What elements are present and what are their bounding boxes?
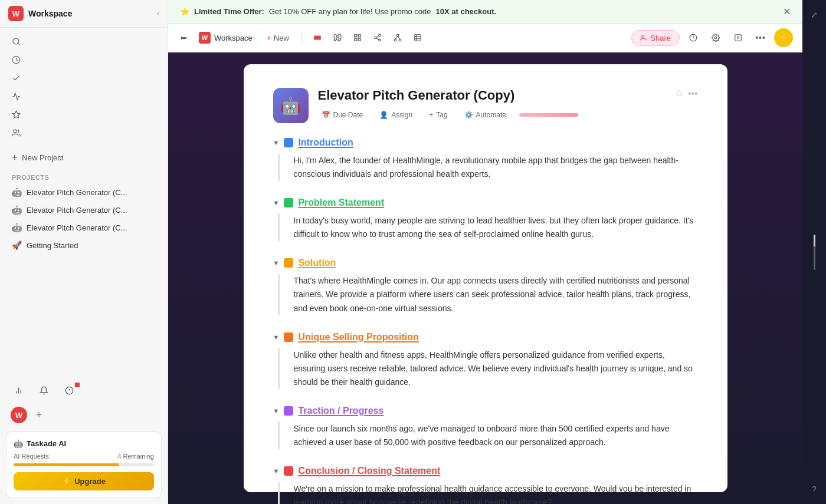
- section-content-problem: In today's busy world, many people are s…: [278, 214, 698, 241]
- project-name-4: Getting Started: [27, 241, 78, 250]
- share-button[interactable]: Share: [631, 30, 680, 46]
- section-problem: ▼ Problem Statement In today's busy worl…: [273, 197, 698, 241]
- toolbar-table-button[interactable]: [409, 29, 427, 47]
- ellipsis-icon: •••: [755, 33, 766, 42]
- quote-icon: [333, 34, 342, 42]
- section-dot-solution: [284, 258, 293, 268]
- edge-help-button[interactable]: ?: [805, 480, 823, 498]
- collapse-arrow-solution[interactable]: ▼: [273, 259, 280, 266]
- section-header-usp: ▼ Unique Selling Proposition: [273, 332, 698, 342]
- edge-expand-icon[interactable]: ⤢: [805, 6, 823, 24]
- analytics-icon: [14, 386, 23, 395]
- workspace-avatar[interactable]: W: [11, 407, 27, 423]
- grid-icon: [353, 34, 362, 42]
- toolbar-nodes-button[interactable]: [389, 29, 407, 47]
- sidebar-inbox[interactable]: [4, 88, 164, 105]
- settings-icon: [712, 34, 720, 42]
- lightning-toolbar-icon: ⚡: [778, 32, 789, 44]
- project-item-4[interactable]: 🚀 Getting Started: [4, 237, 164, 253]
- toolbar-workspace-label: Workspace: [214, 34, 253, 42]
- due-date-button[interactable]: 📅 Due Date: [318, 109, 367, 121]
- tag-button[interactable]: + Tag: [425, 109, 451, 121]
- toolbar-history-button[interactable]: [684, 29, 702, 47]
- check-icon: [12, 74, 21, 83]
- document-avatar: 🤖: [273, 88, 309, 123]
- project-item-1[interactable]: 🤖 Elevator Pitch Generator (C...: [4, 184, 164, 200]
- section-title-introduction: Introduction: [298, 137, 353, 148]
- notification-badge: [75, 383, 80, 387]
- document-star-button[interactable]: ☆: [675, 88, 683, 99]
- collapse-arrow-introduction[interactable]: ▼: [273, 139, 280, 146]
- toolbar-new-button[interactable]: + New: [262, 31, 294, 45]
- scroll-indicator: [814, 235, 815, 270]
- toolbar-eraser-button[interactable]: [309, 29, 326, 47]
- sidebar-users[interactable]: [4, 124, 164, 141]
- section-dot-introduction: [284, 138, 293, 147]
- ai-progress-fill: [14, 463, 119, 466]
- assign-button[interactable]: 👤 Assign: [376, 109, 416, 121]
- share-btn-icon: [640, 34, 647, 41]
- automate-button[interactable]: ⚙️ Automate: [461, 109, 510, 121]
- section-title-solution: Solution: [298, 258, 336, 268]
- collapse-arrow-problem[interactable]: ▼: [273, 199, 280, 206]
- toolbar-workspace-button[interactable]: W Workspace: [194, 29, 257, 46]
- ai-requests-row: AI Requests 4 Remaining: [14, 453, 154, 460]
- nav-back-button[interactable]: ⬅: [178, 31, 189, 45]
- sidebar-alerts[interactable]: [59, 383, 80, 398]
- ai-progress-bar: [14, 463, 154, 466]
- new-project-button[interactable]: + New Project: [4, 148, 164, 167]
- project-item-3[interactable]: 🤖 Elevator Pitch Generator (C...: [4, 219, 164, 236]
- ai-card: 🤖 Taskade AI AI Requests 4 Remaining ⚡ U…: [6, 431, 162, 498]
- sidebar-analytics[interactable]: [8, 383, 29, 398]
- clock-icon: [12, 55, 21, 64]
- toolbar-more-button[interactable]: •••: [752, 29, 769, 47]
- sidebar-search[interactable]: [4, 33, 164, 50]
- workspace-logo: W: [8, 6, 24, 21]
- ai-card-title: Taskade AI: [27, 439, 66, 448]
- promo-text: Limited Time Offer:: [194, 7, 264, 16]
- svg-rect-11: [314, 36, 321, 40]
- lightning-button[interactable]: ⚡: [774, 28, 793, 47]
- document-more-button[interactable]: •••: [688, 88, 698, 99]
- toolbar-settings-button[interactable]: [707, 29, 725, 47]
- person-icon: 👤: [379, 111, 388, 119]
- section-usp: ▼ Unique Selling Proposition Unlike othe…: [273, 332, 698, 389]
- ai-remaining-label: 4 Remaining: [117, 453, 154, 460]
- star-nav-icon: [12, 110, 21, 119]
- toolbar-grid-button[interactable]: [349, 29, 366, 47]
- collapse-arrow-traction[interactable]: ▼: [273, 407, 280, 414]
- toolbar-divider: [301, 32, 301, 44]
- add-workspace-button[interactable]: +: [32, 408, 46, 422]
- svg-point-30: [642, 35, 644, 38]
- svg-line-19: [376, 38, 379, 39]
- search-icon: [12, 37, 21, 46]
- promo-close-button[interactable]: ✕: [783, 6, 791, 17]
- toolbar-ai-button[interactable]: [729, 29, 747, 47]
- section-content-introduction: Hi, I'm Alex, the founder of HealthMingl…: [278, 154, 698, 181]
- alert-icon: [65, 386, 74, 395]
- document-title: Elevator Pitch Generator (Copy): [318, 88, 666, 103]
- toolbar-share2-button[interactable]: [369, 29, 386, 47]
- section-traction: ▼ Traction / Progress Since our launch s…: [273, 406, 698, 449]
- nodes-icon: [394, 34, 402, 42]
- document-paper: 🤖 Elevator Pitch Generator (Copy) 📅 Due …: [244, 64, 727, 492]
- sidebar-clock[interactable]: [4, 51, 164, 68]
- upgrade-button[interactable]: ⚡ Upgrade: [14, 472, 154, 490]
- sidebar-notifications[interactable]: [34, 383, 54, 398]
- collapse-arrow-usp[interactable]: ▼: [273, 334, 280, 341]
- sidebar-check[interactable]: [4, 70, 164, 87]
- document-title-area: Elevator Pitch Generator (Copy) 📅 Due Da…: [318, 88, 666, 121]
- plus-tag-icon: +: [429, 111, 433, 119]
- project-name-1: Elevator Pitch Generator (C...: [27, 188, 127, 197]
- sidebar-header[interactable]: W Workspace ‹: [0, 0, 168, 28]
- svg-point-4: [14, 130, 17, 133]
- collapse-arrow-conclusion[interactable]: ▼: [273, 467, 280, 475]
- sections-container: ▼ Introduction Hi, I'm Alex, the founder…: [273, 137, 698, 504]
- project-item-2[interactable]: 🤖 Elevator Pitch Generator (C...: [4, 202, 164, 218]
- automate-label: Automate: [476, 111, 506, 119]
- robot-icon-3: 🤖: [12, 223, 22, 232]
- sidebar-star[interactable]: [4, 106, 164, 123]
- sidebar-collapse-icon[interactable]: ‹: [157, 9, 159, 18]
- promo-banner: ⭐ Limited Time Offer: Get 10% OFF any pl…: [168, 0, 802, 24]
- toolbar-quote-button[interactable]: [329, 29, 346, 47]
